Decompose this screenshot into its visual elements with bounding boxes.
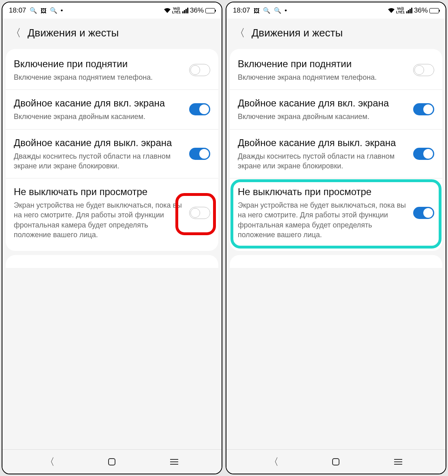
- setting-title: Не выключать при просмотре: [238, 186, 408, 198]
- signal-icon: [182, 8, 188, 13]
- nav-bar: 〈: [226, 449, 446, 474]
- gallery-icon: 🖼: [254, 7, 260, 14]
- dot-icon: •: [285, 6, 287, 15]
- phone-right: 18:07 🖼 🔍 🔍 • Vo))LTE1 36% 〈 Движения и …: [226, 2, 446, 474]
- setting-lift-to-wake[interactable]: Включение при поднятии Включение экрана …: [6, 51, 218, 90]
- status-time: 18:07: [233, 6, 250, 15]
- wifi-icon: [388, 7, 395, 14]
- nav-bar: 〈: [2, 449, 222, 474]
- setting-double-tap-off[interactable]: Двойное касание для выкл. экрана Дважды …: [6, 130, 218, 179]
- nav-back[interactable]: 〈: [42, 454, 58, 470]
- search-icon: 🔍: [30, 7, 37, 14]
- search-icon: 🔍: [263, 7, 271, 14]
- back-button[interactable]: 〈: [11, 26, 21, 40]
- setting-double-tap-on[interactable]: Двойное касание для вкл. экрана Включени…: [230, 90, 442, 129]
- setting-title: Двойное касание для выкл. экрана: [14, 137, 184, 149]
- page-title: Движения и жесты: [28, 27, 119, 39]
- battery-icon: [205, 8, 215, 13]
- setting-desc: Включение экрана двойным касанием.: [238, 112, 408, 121]
- setting-title: Двойное касание для вкл. экрана: [14, 97, 184, 109]
- battery-percent: 36%: [190, 6, 204, 15]
- toggle-lift-to-wake[interactable]: [189, 64, 210, 76]
- dot-icon: •: [61, 6, 63, 15]
- search-icon-2: 🔍: [274, 7, 282, 14]
- toggle-keep-screen-on[interactable]: [413, 207, 434, 219]
- signal-icon: [406, 8, 412, 13]
- setting-desc: Включение экрана поднятием телефона.: [238, 72, 408, 82]
- toggle-double-tap-on[interactable]: [189, 103, 210, 115]
- settings-card: Включение при поднятии Включение экрана …: [230, 49, 442, 251]
- status-bar: 18:07 🔍 🖼 🔍 • Vo))LTE1 36%: [2, 2, 222, 19]
- toggle-double-tap-on[interactable]: [413, 103, 434, 115]
- status-time: 18:07: [9, 6, 26, 15]
- setting-desc: Включение экрана двойным касанием.: [14, 112, 184, 121]
- volte-indicator: Vo))LTE1: [172, 7, 181, 14]
- setting-title: Не выключать при просмотре: [14, 186, 184, 198]
- page-header: 〈 Движения и жесты: [2, 19, 222, 49]
- setting-keep-screen-on[interactable]: Не выключать при просмотре Экран устройс…: [230, 178, 442, 249]
- back-button[interactable]: 〈: [235, 26, 245, 40]
- nav-home[interactable]: [328, 454, 344, 470]
- setting-desc: Включение экрана поднятием телефона.: [14, 72, 184, 82]
- setting-desc: Экран устройства не будет выключаться, п…: [238, 200, 408, 240]
- toggle-double-tap-off[interactable]: [413, 148, 434, 160]
- setting-lift-to-wake[interactable]: Включение при поднятии Включение экрана …: [230, 51, 442, 90]
- search-icon-2: 🔍: [50, 7, 58, 14]
- battery-icon: [429, 8, 439, 13]
- setting-desc: Экран устройства не будет выключаться, п…: [14, 200, 184, 240]
- setting-keep-screen-on[interactable]: Не выключать при просмотре Экран устройс…: [6, 178, 218, 249]
- setting-double-tap-on[interactable]: Двойное касание для вкл. экрана Включени…: [6, 90, 218, 129]
- setting-title: Включение при поднятии: [14, 58, 184, 70]
- nav-recent[interactable]: [166, 454, 182, 470]
- setting-desc: Дважды коснитесь пустой области на главн…: [238, 151, 408, 171]
- status-bar: 18:07 🖼 🔍 🔍 • Vo))LTE1 36%: [226, 2, 446, 19]
- toggle-lift-to-wake[interactable]: [413, 64, 434, 76]
- setting-title: Двойное касание для выкл. экрана: [238, 137, 408, 149]
- page-header: 〈 Движения и жесты: [226, 19, 446, 49]
- next-card-peek: [230, 255, 442, 268]
- toggle-keep-screen-on[interactable]: [189, 207, 210, 219]
- nav-home[interactable]: [104, 454, 120, 470]
- phone-left: 18:07 🔍 🖼 🔍 • Vo))LTE1 36% 〈 Движения и …: [2, 2, 222, 474]
- nav-back[interactable]: 〈: [266, 454, 282, 470]
- setting-desc: Дважды коснитесь пустой области на главн…: [14, 151, 184, 171]
- wifi-icon: [164, 7, 171, 14]
- setting-double-tap-off[interactable]: Двойное касание для выкл. экрана Дважды …: [230, 130, 442, 179]
- nav-recent[interactable]: [390, 454, 406, 470]
- next-card-peek: [6, 255, 218, 268]
- settings-card: Включение при поднятии Включение экрана …: [6, 49, 218, 251]
- setting-title: Включение при поднятии: [238, 58, 408, 70]
- battery-percent: 36%: [414, 6, 428, 15]
- volte-indicator: Vo))LTE1: [396, 7, 405, 14]
- page-title: Движения и жесты: [252, 27, 343, 39]
- toggle-double-tap-off[interactable]: [189, 148, 210, 160]
- setting-title: Двойное касание для вкл. экрана: [238, 97, 408, 109]
- gallery-icon: 🖼: [41, 7, 47, 14]
